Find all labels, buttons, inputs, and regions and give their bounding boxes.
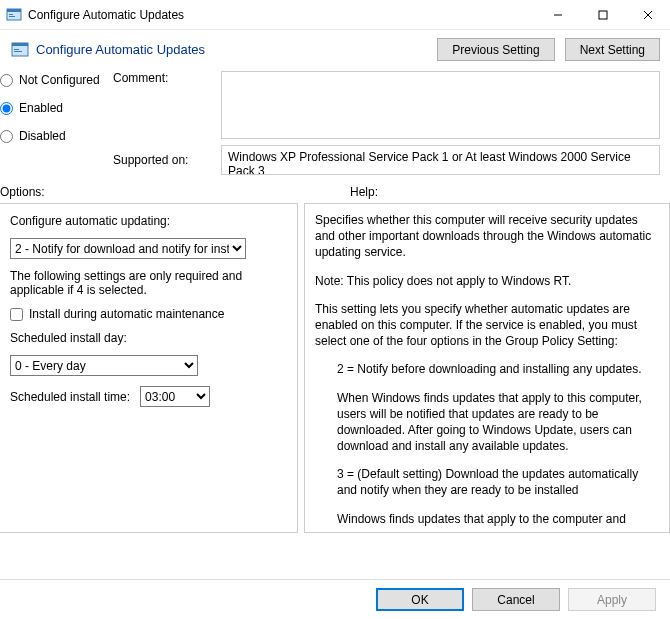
help-text: When Windows finds updates that apply to… <box>315 390 659 455</box>
install-during-maintenance-row[interactable]: Install during automatic maintenance <box>10 307 287 321</box>
radio-disabled-label: Disabled <box>19 129 66 143</box>
radio-disabled-input[interactable] <box>0 130 13 143</box>
help-scroll[interactable]: Specifies whether this computer will rec… <box>305 204 669 532</box>
help-label: Help: <box>350 185 378 199</box>
help-text: Windows finds updates that apply to the … <box>315 511 659 527</box>
supported-on-label: Supported on: <box>113 153 188 167</box>
policy-icon <box>10 40 30 60</box>
svg-rect-3 <box>9 16 15 17</box>
install-during-maintenance-checkbox[interactable] <box>10 308 23 321</box>
state-radio-group: Not Configured Enabled Disabled <box>0 71 105 157</box>
radio-not-configured-input[interactable] <box>0 74 13 87</box>
supported-on-text: Windows XP Professional Service Pack 1 o… <box>228 150 631 175</box>
header-row: Configure Automatic Updates Previous Set… <box>0 30 670 67</box>
radio-not-configured[interactable]: Not Configured <box>0 73 105 87</box>
configure-updating-select[interactable]: 2 - Notify for download and notify for i… <box>10 238 246 259</box>
help-text: Specifies whether this computer will rec… <box>315 212 659 261</box>
svg-rect-5 <box>599 11 607 19</box>
configure-updating-label: Configure automatic updating: <box>10 214 287 228</box>
scheduled-time-select[interactable]: 03:00 <box>140 386 210 407</box>
svg-rect-11 <box>14 51 22 52</box>
minimize-button[interactable] <box>535 0 580 30</box>
radio-disabled[interactable]: Disabled <box>0 129 105 143</box>
previous-setting-button[interactable]: Previous Setting <box>437 38 554 61</box>
install-during-maintenance-label: Install during automatic maintenance <box>29 307 224 321</box>
next-setting-button[interactable]: Next Setting <box>565 38 660 61</box>
radio-enabled-label: Enabled <box>19 101 63 115</box>
svg-rect-9 <box>12 43 28 46</box>
supported-on-box[interactable]: Windows XP Professional Service Pack 1 o… <box>221 145 660 175</box>
scheduled-day-label: Scheduled install day: <box>10 331 287 345</box>
svg-rect-2 <box>9 14 13 15</box>
comment-textarea[interactable] <box>221 71 660 139</box>
app-icon <box>6 7 22 23</box>
footer: OK Cancel Apply <box>0 579 670 619</box>
maximize-button[interactable] <box>580 0 625 30</box>
radio-enabled[interactable]: Enabled <box>0 101 105 115</box>
svg-rect-10 <box>14 49 19 50</box>
help-text: 3 = (Default setting) Download the updat… <box>315 466 659 498</box>
close-button[interactable] <box>625 0 670 30</box>
scheduled-day-select[interactable]: 0 - Every day <box>10 355 198 376</box>
radio-enabled-input[interactable] <box>0 102 13 115</box>
ok-button[interactable]: OK <box>376 588 464 611</box>
help-text: Note: This policy does not apply to Wind… <box>315 273 659 289</box>
titlebar: Configure Automatic Updates <box>0 0 670 30</box>
cancel-button[interactable]: Cancel <box>472 588 560 611</box>
apply-button[interactable]: Apply <box>568 588 656 611</box>
scheduled-time-label: Scheduled install time: <box>10 390 130 404</box>
comment-label: Comment: <box>113 71 213 85</box>
options-label: Options: <box>0 185 300 199</box>
page-title: Configure Automatic Updates <box>36 42 205 57</box>
svg-rect-1 <box>7 9 21 12</box>
help-panel: Specifies whether this computer will rec… <box>304 203 670 533</box>
help-text: 2 = Notify before downloading and instal… <box>315 361 659 377</box>
radio-not-configured-label: Not Configured <box>19 73 100 87</box>
help-text: This setting lets you specify whether au… <box>315 301 659 350</box>
options-panel: Configure automatic updating: 2 - Notify… <box>0 203 298 533</box>
window-title: Configure Automatic Updates <box>28 8 535 22</box>
options-requirement-note: The following settings are only required… <box>10 269 287 297</box>
